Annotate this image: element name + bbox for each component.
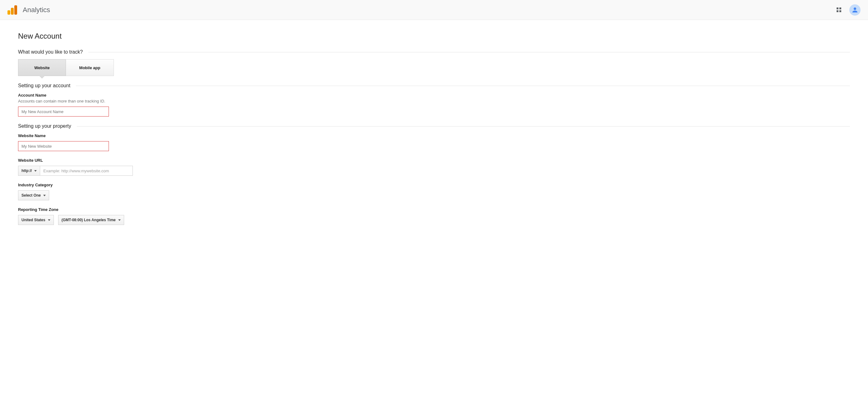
app-header: Analytics (0, 0, 868, 20)
account-name-desc: Accounts can contain more than one track… (18, 99, 850, 104)
section-heading-property: Setting up your property (18, 123, 850, 129)
website-url-label: Website URL (18, 158, 850, 163)
industry-category-select[interactable]: Select One (18, 190, 49, 200)
field-account-name: Account Name Accounts can contain more t… (18, 93, 850, 116)
website-name-input[interactable] (18, 141, 109, 151)
user-avatar[interactable] (849, 4, 861, 16)
tab-mobile-app-label: Mobile app (79, 65, 100, 70)
track-type-tabs: Website Mobile app (18, 59, 850, 76)
section-heading-track-label: What would you like to track? (18, 49, 83, 55)
timezone-country-value: United States (22, 218, 45, 222)
protocol-select[interactable]: http:// (18, 166, 40, 176)
industry-category-value: Select One (22, 193, 41, 198)
timezone-value-select[interactable]: (GMT-08:00) Los Angeles Time (58, 215, 124, 225)
tab-website-label: Website (34, 65, 50, 70)
reporting-timezone-label: Reporting Time Zone (18, 207, 850, 212)
field-website-name: Website Name (18, 133, 850, 151)
section-heading-account: Setting up your account (18, 83, 850, 88)
analytics-logo-icon (7, 5, 17, 15)
timezone-country-select[interactable]: United States (18, 215, 54, 225)
account-name-input[interactable] (18, 107, 109, 116)
field-reporting-timezone: Reporting Time Zone United States (GMT-0… (18, 207, 850, 225)
caret-down-icon (48, 219, 51, 221)
apps-grid-icon[interactable] (835, 6, 843, 14)
tab-website[interactable]: Website (18, 59, 66, 76)
protocol-select-value: http:// (22, 169, 32, 173)
tab-mobile-app[interactable]: Mobile app (66, 59, 114, 76)
section-heading-account-label: Setting up your account (18, 83, 70, 88)
section-heading-track: What would you like to track? (18, 49, 850, 55)
section-heading-property-label: Setting up your property (18, 123, 71, 129)
field-website-url: Website URL http:// (18, 158, 850, 176)
page-title: New Account (18, 32, 850, 40)
app-title: Analytics (23, 6, 50, 14)
website-url-input[interactable] (40, 166, 133, 176)
field-industry-category: Industry Category Select One (18, 183, 850, 200)
main-content: New Account What would you like to track… (0, 20, 868, 244)
caret-down-icon (118, 219, 121, 221)
industry-category-label: Industry Category (18, 183, 850, 187)
website-name-label: Website Name (18, 133, 850, 138)
account-name-label: Account Name (18, 93, 850, 97)
caret-down-icon (34, 170, 37, 172)
svg-point-0 (854, 7, 856, 10)
timezone-value: (GMT-08:00) Los Angeles Time (62, 218, 116, 222)
caret-down-icon (43, 195, 46, 196)
